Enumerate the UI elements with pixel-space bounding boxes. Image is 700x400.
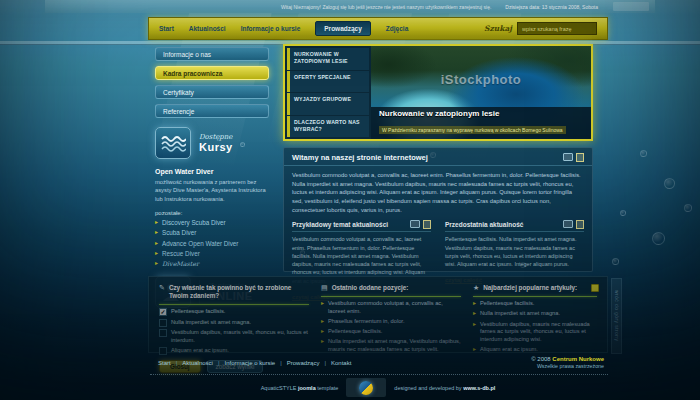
- login-greeting[interactable]: Witaj Nieznajomy! Zaloguj się lub jeśli …: [281, 4, 491, 10]
- featured-course: Open Water Diver: [155, 168, 269, 175]
- news-title: Przykładowy temat aktualności: [292, 221, 388, 228]
- checkbox-checked[interactable]: ✓: [159, 308, 167, 316]
- list-icon: ▤: [321, 284, 328, 291]
- footer-link-prowadzacy[interactable]: Prowadzący: [287, 360, 331, 366]
- course-link-discovery[interactable]: ▸ Discovery Scuba Diver: [155, 219, 269, 226]
- news-heading-row: Przedostatnia aktualność: [445, 220, 584, 232]
- poll-option-label: Pellentesque facilisis.: [171, 308, 225, 316]
- banner-item-oferty[interactable]: Oferty specjalne: [287, 71, 369, 93]
- featured-course-description: możliwość nurkowania z partnerem bez asy…: [155, 178, 269, 203]
- checkbox[interactable]: [159, 319, 167, 327]
- popular-item[interactable]: ▸ Aliquam erat ac ipsum.: [473, 346, 597, 354]
- printer-icon[interactable]: [563, 220, 573, 228]
- courses-kicker: Dostępne: [199, 133, 233, 141]
- pencil-icon: ✎: [159, 284, 165, 291]
- back-to-top-tab[interactable]: wróć do góry strony: [611, 278, 622, 354]
- developer-credit: designed and developed by www.s-db.pl: [394, 385, 495, 391]
- arrow-icon: ▸: [321, 328, 324, 335]
- poll-option[interactable]: ✓ Pellentesque facilisis.: [159, 308, 309, 316]
- recent-heading: ▤ Ostatnio dodane pozycje:: [321, 284, 461, 292]
- rights-reserved: Wszelkie prawa zastrzeżone: [531, 363, 604, 369]
- poll-option[interactable]: Vestibulum dapibus, mauris velit, rhoncu…: [159, 329, 309, 344]
- recent-item[interactable]: ▸ Pellentesque facilisis.: [321, 328, 461, 336]
- checkbox[interactable]: [159, 347, 167, 355]
- footer: Start Aktualności Informacje o kursie Pr…: [148, 356, 608, 369]
- printer-icon[interactable]: [410, 220, 420, 228]
- divider-green: [473, 296, 597, 297]
- courses-header: Dostępne Kursy: [155, 127, 269, 159]
- banner-caption-title: Nurkowanie w zatopionym lesie: [379, 109, 583, 118]
- sidebar-item-kadra-pracownicza[interactable]: Kadra pracownicza: [155, 66, 269, 80]
- arrow-icon: ▸: [155, 260, 158, 267]
- divider-dotted: [150, 374, 608, 375]
- popular-title: Najbardziej popularne artykuły:: [483, 284, 577, 292]
- checkbox[interactable]: [159, 329, 167, 337]
- course-link-advance[interactable]: ▸ Advance Open Water Diver: [155, 240, 269, 247]
- heading-actions: [563, 220, 584, 229]
- arrow-icon: ▸: [473, 321, 476, 328]
- arrow-icon: ▸: [321, 318, 324, 325]
- search-area: Szukaj: [484, 22, 597, 35]
- banner-item-wyjazdy[interactable]: Wyjazdy grupowe: [287, 93, 369, 115]
- course-link-label: Advance Open Water Diver: [162, 240, 238, 247]
- welcome-text: Vestibulum commodo volutpat a, convallis…: [284, 166, 592, 217]
- footer-link-informacje[interactable]: Informacje o kursie: [224, 360, 286, 366]
- course-link-scuba[interactable]: ▸ Scuba Diver: [155, 229, 269, 236]
- document-icon[interactable]: [576, 153, 584, 162]
- sidebar-item-informacje-o-nas[interactable]: Informacje o nas: [155, 47, 269, 61]
- document-icon[interactable]: [576, 220, 584, 229]
- course-link-rescue[interactable]: ▸ Rescue Diver: [155, 250, 269, 257]
- recent-item[interactable]: ▸ Nulla imperdiet sit amet magna, Vestib…: [321, 338, 461, 353]
- recent-item[interactable]: ▸ Phasellus fermentum in, dolor.: [321, 318, 461, 326]
- printer-icon[interactable]: [563, 153, 573, 161]
- footer-link-kontakt[interactable]: Kontakt: [331, 360, 351, 366]
- recent-item-label: Vestibulum commodo volutpat a, convallis…: [328, 300, 461, 315]
- recent-item[interactable]: ▸ Vestibulum commodo volutpat a, convall…: [321, 300, 461, 315]
- nav-item-prowadzacy[interactable]: Prowadzący: [315, 21, 371, 36]
- popular-item[interactable]: ▸ Pellentesque facilisis.: [473, 300, 597, 308]
- nav-item-start[interactable]: Start: [159, 25, 174, 32]
- course-link-label: DiveMaster: [162, 260, 199, 267]
- popular-item-label: Pellentesque facilisis.: [480, 300, 534, 308]
- sidebar-item-certyfikaty[interactable]: Certyfikaty: [155, 85, 269, 99]
- bottom-panel: ✎ Czy właśnie tak powinno być to zrobion…: [148, 276, 608, 353]
- news-text: Pellentesque facilisis. Nulla imperdiet …: [445, 235, 584, 268]
- footer-link-start[interactable]: Start: [158, 360, 182, 366]
- banner-photo[interactable]: iStockphoto Nurkowanie w zatopionym lesi…: [371, 46, 591, 139]
- watermark: iStockphoto: [371, 72, 591, 87]
- banner-caption: Nurkowanie w zatopionym lesie W Paździer…: [371, 107, 591, 139]
- nav-item-aktualnosci[interactable]: Aktualności: [189, 25, 226, 32]
- arrow-icon: ▸: [155, 219, 158, 226]
- course-link-divemaster[interactable]: ▸ DiveMaster: [155, 260, 269, 267]
- poll-option[interactable]: Aliquam erat ac ipsum.: [159, 347, 309, 355]
- poll-widget: ✎ Czy właśnie tak powinno być to zrobion…: [159, 284, 309, 345]
- banner-menu: Nurkowanie w zatopionym lesie Oferty spe…: [285, 46, 371, 139]
- sidebar: Informacje o nas Kadra pracownicza Certy…: [155, 47, 269, 308]
- poll-option[interactable]: Nulla imperdiet sit amet magna.: [159, 319, 309, 327]
- popular-item[interactable]: ▸ Nulla imperdiet sit amet magna.: [473, 310, 597, 318]
- credits-site-link[interactable]: www.s-db.pl: [463, 385, 495, 391]
- banner-item-dlaczego[interactable]: Dlaczego warto nas wybrać?: [287, 116, 369, 138]
- footer-link-aktualnosci[interactable]: Aktualności: [182, 360, 224, 366]
- star-icon: ★: [473, 284, 479, 291]
- sidebar-item-referencje[interactable]: Referencje: [155, 104, 269, 118]
- nav-item-zdjecia[interactable]: Zdjęcia: [386, 25, 408, 32]
- developer-logo-icon[interactable]: [359, 381, 373, 395]
- search-input[interactable]: [517, 22, 597, 35]
- popular-item-label: Nulla imperdiet sit amet magna.: [480, 310, 560, 318]
- banner-item-nurkowanie[interactable]: Nurkowanie w zatopionym lesie: [287, 48, 369, 70]
- nav-item-informacje[interactable]: Informacje o kursie: [241, 25, 301, 32]
- bubble: [620, 210, 626, 216]
- popular-item[interactable]: ▸ Vestibulum dapibus, mauris nec malesua…: [473, 321, 597, 344]
- page: Witaj Nieznajomy! Zaloguj się lub jeśli …: [0, 0, 700, 400]
- search-label: Szukaj: [484, 24, 512, 33]
- recent-item-label: Pellentesque facilisis.: [328, 328, 382, 336]
- arrow-icon: ▸: [473, 300, 476, 307]
- course-link-label: Rescue Diver: [162, 250, 200, 257]
- credits-bar: AquaticSTYLE joomla template designed an…: [148, 378, 608, 397]
- feed-icon[interactable]: [591, 284, 599, 292]
- poll-heading: ✎ Czy właśnie tak powinno być to zrobion…: [159, 284, 309, 300]
- company-name: Centrum Nurkowe: [552, 356, 604, 362]
- course-list: ▸ Discovery Scuba Diver ▸ Scuba Diver ▸ …: [155, 219, 269, 267]
- document-icon[interactable]: [423, 220, 431, 229]
